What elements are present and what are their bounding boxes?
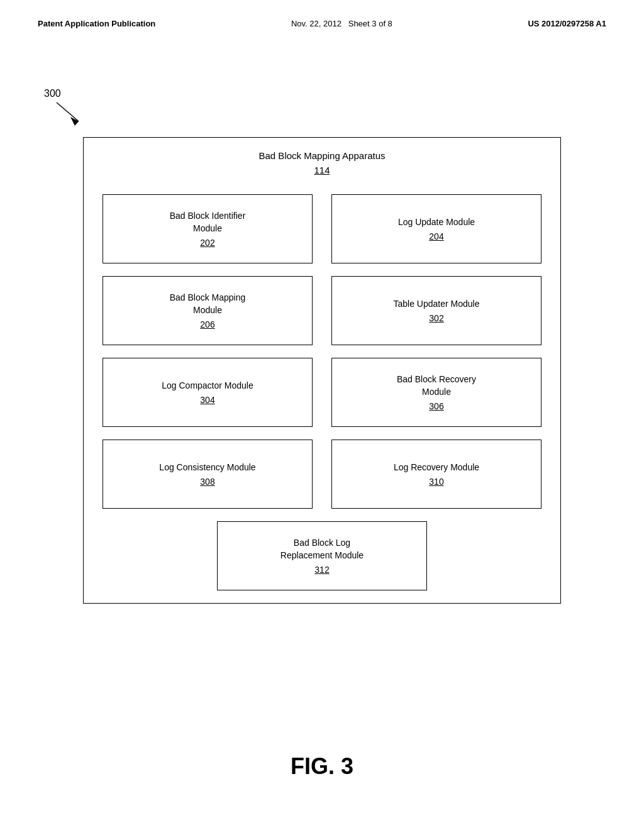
header-center: Nov. 22, 2012 Sheet 3 of 8 — [291, 19, 392, 28]
module-bad-block-identifier: Bad Block IdentifierModule 202 — [103, 194, 313, 263]
module-number-308: 308 — [200, 477, 214, 487]
module-bad-block-mapping: Bad Block MappingModule 206 — [103, 276, 313, 345]
module-number-204: 204 — [429, 231, 443, 241]
reference-arrow — [44, 99, 88, 128]
module-number-206: 206 — [200, 319, 214, 329]
module-name-308: Log Consistency Module — [159, 462, 255, 474]
module-table-updater: Table Updater Module 302 — [331, 276, 541, 345]
bottom-module-wrapper: Bad Block LogReplacement Module 312 — [96, 521, 548, 590]
module-log-update: Log Update Module 204 — [331, 194, 541, 263]
module-name-302: Table Updater Module — [394, 298, 480, 311]
module-log-compactor: Log Compactor Module 304 — [103, 358, 313, 427]
apparatus-subtitle: 114 — [96, 165, 548, 175]
outer-apparatus-box: Bad Block Mapping Apparatus 114 Bad Bloc… — [83, 137, 561, 604]
module-name-206: Bad Block MappingModule — [170, 292, 246, 316]
module-name-204: Log Update Module — [398, 216, 475, 229]
module-number-310: 310 — [429, 477, 443, 487]
apparatus-title: Bad Block Mapping Apparatus — [96, 150, 548, 161]
module-number-306: 306 — [429, 401, 443, 411]
header-date: Nov. 22, 2012 — [291, 19, 341, 28]
module-log-consistency: Log Consistency Module 308 — [103, 440, 313, 509]
reference-number: 300 — [44, 88, 606, 99]
module-name-304: Log Compactor Module — [162, 380, 253, 392]
module-name-310: Log Recovery Module — [394, 462, 479, 474]
svg-line-0 — [57, 102, 79, 121]
module-number-312: 312 — [314, 565, 329, 575]
module-name-202: Bad Block IdentifierModule — [170, 210, 246, 235]
module-bad-block-log-replacement: Bad Block LogReplacement Module 312 — [217, 521, 427, 590]
figure-label: FIG. 3 — [0, 753, 644, 780]
diagram-area: 300 Bad Block Mapping Apparatus 114 Bad … — [38, 88, 606, 604]
modules-grid: Bad Block IdentifierModule 202 Log Updat… — [96, 194, 548, 509]
module-number-302: 302 — [429, 313, 443, 323]
page-header: Patent Application Publication Nov. 22, … — [0, 0, 644, 28]
module-name-312: Bad Block LogReplacement Module — [280, 537, 364, 562]
header-sheet: Sheet 3 of 8 — [348, 19, 392, 28]
module-log-recovery: Log Recovery Module 310 — [331, 440, 541, 509]
module-name-306: Bad Block RecoveryModule — [397, 374, 476, 398]
header-right: US 2012/0297258 A1 — [528, 19, 606, 28]
module-bad-block-recovery: Bad Block RecoveryModule 306 — [331, 358, 541, 427]
module-number-304: 304 — [200, 395, 214, 405]
header-left: Patent Application Publication — [38, 19, 155, 28]
module-number-202: 202 — [200, 238, 214, 248]
